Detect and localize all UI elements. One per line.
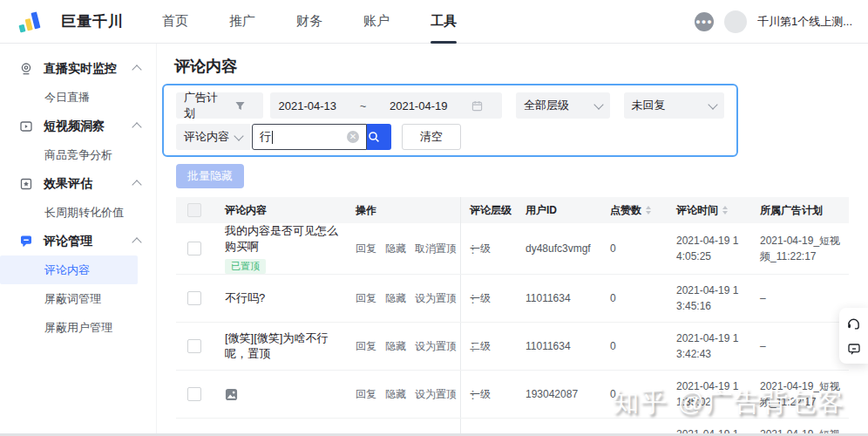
sidebar-item-today-live[interactable]: 今日直播 (0, 83, 156, 112)
star-badge-icon (18, 176, 33, 191)
hide-action[interactable]: 隐藏 (385, 387, 406, 402)
search-icon (368, 131, 380, 143)
brand-logo[interactable]: 巨量千川 (16, 8, 124, 36)
likes-cell: 0 (601, 371, 668, 418)
time-cell: 2021-04-19 14:05:25 (668, 223, 751, 274)
chevron-down-icon (593, 99, 603, 109)
date-end: 2021-04-19 (390, 99, 448, 112)
topbar-right: ●●● 千川第1个线上测... (695, 10, 852, 33)
sidebar-group-comment-mgmt[interactable]: 评论管理 (0, 227, 156, 255)
userid-cell: 11011634 (517, 275, 601, 322)
ad-plan-filter[interactable]: 广告计划 (176, 92, 263, 119)
reply-action[interactable]: 回复 (356, 242, 376, 256)
sort-icon (646, 206, 651, 215)
plan-cell: – (751, 323, 849, 370)
row-checkbox[interactable] (187, 387, 201, 401)
calendar-icon (471, 99, 483, 112)
nav-item-home[interactable]: 首页 (162, 0, 188, 44)
nav-item-tools[interactable]: 工具 (431, 0, 457, 44)
plan-cell: 2021-04-19_短视频_11:22:17 (751, 223, 849, 274)
nav-item-promotion[interactable]: 推广 (229, 0, 255, 44)
image-attachment-icon[interactable] (225, 388, 238, 401)
avatar[interactable] (724, 10, 747, 33)
comment-text: [微笑][微笑]为啥不行呢，置顶 (225, 330, 347, 362)
chevron-down-icon (708, 99, 717, 109)
clear-input-icon[interactable]: ✕ (347, 131, 359, 143)
likes-cell: 0 (601, 275, 668, 322)
col-header-userid: 用户ID (517, 197, 601, 223)
batch-hide-button[interactable]: 批量隐藏 (176, 164, 244, 188)
userid-cell: dy48ufc3vmgf (517, 223, 601, 274)
comments-table: 评论内容 操作 评论层级 用户ID 点赞数 评论时间 所属广告计划 (176, 197, 849, 436)
sidebar-item-blocked-users[interactable]: 屏蔽用户管理 (0, 313, 156, 342)
date-range-picker[interactable]: 2021-04-13 ~ 2021-04-19 (270, 92, 503, 119)
brand-name: 巨量千川 (61, 11, 124, 31)
hide-action[interactable]: 隐藏 (385, 339, 406, 354)
reply-action[interactable]: 回复 (356, 339, 376, 354)
col-header-likes[interactable]: 点赞数 (601, 197, 668, 223)
unpin-action[interactable]: 取消置顶 (415, 242, 457, 256)
row-checkbox[interactable] (187, 242, 201, 255)
comment-text: 不行吗? (225, 290, 265, 306)
nav-item-account[interactable]: 账户 (363, 0, 390, 44)
select-all-checkbox[interactable] (187, 203, 201, 217)
filter-panel: 广告计划 2021-04-13 ~ 2021-04-19 (162, 84, 738, 157)
sidebar-item-comment-content[interactable]: 评论内容 (0, 255, 138, 284)
date-start: 2021-04-13 (279, 99, 337, 112)
sidebar-group-live-monitor[interactable]: 直播实时监控 (0, 54, 156, 83)
search-button[interactable] (367, 124, 391, 150)
search-input-value: 行 (260, 129, 271, 145)
feedback-comment-icon[interactable] (847, 342, 861, 356)
row-checkbox[interactable] (187, 339, 201, 353)
account-name[interactable]: 千川第1个线上测... (757, 14, 852, 30)
likes-cell: 0 (601, 223, 668, 274)
table-row: 我的内容是否可见怎么购买啊 已置顶 回复 隐藏 取消置顶 ⋮ 一级 dy48uf… (176, 223, 849, 275)
table-row: 不行吗? 回复 隐藏 设为置顶 ⋮ 一级 11011634 0 2021-04-… (176, 275, 849, 323)
nav-item-finance[interactable]: 财务 (296, 0, 322, 44)
date-separator: ~ (360, 99, 367, 112)
video-icon (18, 119, 33, 133)
col-header-level: 评论层级 (460, 197, 517, 223)
reply-action[interactable]: 回复 (356, 387, 376, 402)
sidebar-item-long-term-value[interactable]: 长周期转化价值 (0, 198, 156, 227)
clear-filters-button[interactable]: 清空 (402, 124, 461, 150)
chevron-up-icon (132, 180, 141, 189)
level-select[interactable]: 全部层级 (516, 92, 609, 119)
pin-action[interactable]: 设为置顶 (415, 291, 457, 306)
search-field-select[interactable]: 评论内容 (176, 124, 250, 150)
time-cell: 2021-04-19 13:42:43 (668, 323, 751, 370)
col-header-comment: 评论内容 (213, 197, 347, 223)
more-menu-icon[interactable]: ●●● (695, 12, 714, 31)
funnel-icon (235, 101, 245, 111)
table-header-row: 评论内容 操作 评论层级 用户ID 点赞数 评论时间 所属广告计划 (176, 197, 849, 223)
table-row: 回复 隐藏 设为置顶 ⋮ 一级 193042087 0 2021-04-19 1… (176, 371, 849, 419)
time-cell: 2021-04-19 11:35:02 (668, 371, 751, 418)
row-checkbox[interactable] (187, 291, 201, 305)
sidebar-group-video-insight[interactable]: 短视频洞察 (0, 112, 156, 140)
chevron-down-icon (234, 131, 243, 140)
reply-action[interactable]: 回复 (356, 291, 376, 306)
hide-action[interactable]: 隐藏 (385, 291, 406, 306)
primary-nav: 首页 推广 财务 账户 工具 (162, 0, 498, 44)
sidebar-group-effect-eval[interactable]: 效果评估 (0, 169, 156, 198)
customer-service-headset-icon[interactable] (846, 316, 861, 330)
plan-cell: – (751, 275, 849, 322)
col-header-time[interactable]: 评论时间 (668, 197, 751, 223)
live-camera-icon (18, 61, 33, 76)
comment-text: 我的内容是否可见怎么购买啊 (225, 223, 347, 255)
bar-chart-logo-icon (16, 8, 45, 36)
top-navbar: 巨量千川 首页 推广 财务 账户 工具 ●●● 千川第1个线上测... (0, 0, 868, 44)
hide-action[interactable]: 隐藏 (385, 242, 406, 256)
comment-icon (18, 234, 33, 249)
pin-action[interactable]: 设为置顶 (415, 339, 457, 354)
sidebar-item-blocked-words[interactable]: 屏蔽词管理 (0, 284, 156, 313)
chevron-up-icon (132, 65, 141, 74)
time-cell: 2021-04-19 13:45:16 (668, 275, 751, 322)
reply-status-select[interactable]: 未回复 (624, 92, 724, 119)
main-content: 评论内容 广告计划 2021-04-13 ~ 2021-04-19 (157, 44, 868, 436)
pin-action[interactable]: 设为置顶 (415, 387, 457, 402)
sidebar-item-product-competition[interactable]: 商品竞争分析 (0, 140, 156, 169)
search-input[interactable]: 行 ✕ (252, 124, 367, 150)
level-cell: 一级 (460, 275, 517, 322)
chevron-up-icon (132, 122, 141, 132)
